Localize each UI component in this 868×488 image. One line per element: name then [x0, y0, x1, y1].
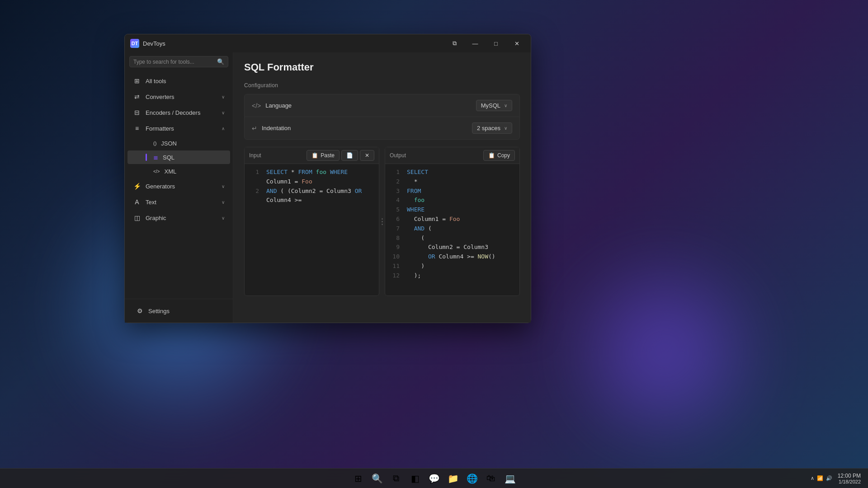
paste-icon: 📋 — [311, 152, 318, 159]
settings-icon: ⚙ — [136, 307, 144, 315]
input-label: Input — [249, 152, 261, 159]
sidebar-item-generators[interactable]: ⚡ Generators ∨ — [127, 178, 230, 194]
line-code: * — [407, 177, 417, 187]
line-number: 2 — [391, 177, 400, 187]
taskbar-widgets[interactable]: ◧ — [407, 470, 423, 487]
output-line-6: 6 Column1 = Foo — [391, 215, 514, 224]
input-actions: 📋 Paste 📄 ✕ — [307, 150, 374, 161]
output-line-12: 12 ); — [391, 271, 514, 281]
output-line-11: 11 ) — [391, 262, 514, 271]
copy-button[interactable]: 📋 Copy — [483, 150, 515, 161]
chevron-down-icon: ∨ — [504, 103, 507, 108]
sidebar-item-label: Text — [146, 199, 156, 206]
input-content[interactable]: 1 SELECT * FROM foo WHERE Column1 = Foo — [245, 164, 379, 296]
paste-label: Paste — [321, 152, 335, 159]
output-line-2: 2 * — [391, 177, 514, 187]
sidebar-item-converters[interactable]: ⇄ Converters ∨ — [127, 89, 230, 104]
line-code: Column2 = Column3 — [407, 243, 488, 252]
main-content: SQL Formatter Configuration </> Language… — [233, 52, 531, 323]
sidebar-item-sql[interactable]: ≣ SQL — [127, 150, 230, 164]
line-code: AND ( — [407, 224, 432, 234]
output-line-9: 9 Column2 = Column3 — [391, 243, 514, 252]
sidebar-item-label: SQL — [163, 154, 175, 161]
taskbar-vscode[interactable]: 💻 — [502, 470, 518, 487]
output-line-7: 7 AND ( — [391, 224, 514, 234]
line-code: FROM — [407, 187, 421, 196]
clear-input-button[interactable]: ✕ — [360, 150, 374, 161]
network-icon: 📶 — [817, 475, 823, 481]
minimize-button[interactable]: — — [465, 36, 486, 51]
page-title: SQL Formatter — [244, 61, 520, 73]
chevron-down-icon: ∨ — [222, 94, 225, 99]
line-number: 7 — [391, 224, 400, 234]
output-actions: 📋 Copy — [483, 150, 515, 161]
app-window: DT DevToys ⧉ — □ ✕ — [124, 34, 531, 323]
line-number: 4 — [391, 196, 400, 205]
sidebar-item-settings[interactable]: ⚙ Settings — [130, 303, 227, 319]
desktop: DT DevToys ⧉ — □ ✕ — [0, 0, 868, 488]
config-panel: </> Language MySQL ∨ ↵ Indentation 2 spa… — [244, 94, 520, 140]
io-area: Input 📋 Paste 📄 ✕ — [244, 147, 520, 296]
sidebar-item-label: Formatters — [146, 125, 174, 132]
sidebar-item-label: Settings — [148, 308, 170, 314]
time-display: 12:00 PM — [838, 473, 861, 479]
line-number: 10 — [391, 252, 400, 262]
line-code: ); — [407, 271, 421, 281]
clock[interactable]: 12:00 PM 1/18/2022 — [838, 473, 861, 484]
sub-indicator — [146, 168, 147, 175]
code-icon: </> — [252, 102, 261, 109]
sidebar-item-xml[interactable]: </> XML — [127, 164, 230, 178]
copy-icon: 📋 — [488, 152, 495, 159]
taskbar-store[interactable]: 🛍 — [483, 470, 499, 487]
line-code: WHERE — [407, 205, 425, 215]
line-code: ) — [407, 262, 425, 271]
sidebar-item-label: XML — [164, 168, 176, 175]
taskbar-search[interactable]: 🔍 — [369, 470, 385, 487]
search-box[interactable]: 🔍 — [129, 56, 228, 67]
speaker-icon: 🔊 — [826, 475, 832, 481]
taskbar-explorer[interactable]: 📁 — [445, 470, 461, 487]
sidebar-item-text[interactable]: A Text ∨ — [127, 194, 230, 210]
paste-button[interactable]: 📋 Paste — [307, 150, 340, 161]
system-tray: ∧ 📶 🔊 — [811, 475, 832, 481]
output-line-1: 1 SELECT — [391, 168, 514, 177]
taskbar-right: ∧ 📶 🔊 12:00 PM 1/18/2022 — [811, 473, 861, 484]
taskbar-start[interactable]: ⊞ — [350, 470, 366, 487]
taskbar-edge[interactable]: 🌐 — [464, 470, 480, 487]
sidebar-item-all-tools[interactable]: ⊞ All tools — [127, 73, 230, 89]
output-header: Output 📋 Copy — [385, 147, 519, 164]
input-pane: Input 📋 Paste 📄 ✕ — [244, 147, 379, 296]
app-title: DevToys — [143, 40, 165, 47]
io-divider[interactable] — [379, 147, 385, 296]
close-button[interactable]: ✕ — [506, 36, 527, 51]
open-file-button[interactable]: 📄 — [341, 150, 358, 161]
line-number: 9 — [391, 243, 400, 252]
maximize-button[interactable]: □ — [486, 36, 506, 51]
sidebar-item-json[interactable]: () JSON — [127, 136, 230, 150]
line-code: AND ( (Column2 = Column3 OR Column4 >= — [266, 187, 373, 206]
search-input[interactable] — [133, 59, 217, 65]
search-icon: 🔍 — [217, 58, 224, 65]
sidebar-item-encoders[interactable]: ⊟ Encoders / Decoders ∨ — [127, 105, 230, 120]
code-line-1: 1 SELECT * FROM foo WHERE Column1 = Foo — [250, 168, 373, 187]
tray-icon-1: ∧ — [811, 475, 814, 481]
language-label: Language — [265, 102, 476, 109]
snap-button[interactable]: ⧉ — [444, 36, 465, 51]
sidebar-item-formatters[interactable]: ≡ Formatters ∧ — [127, 121, 230, 136]
line-code: foo — [407, 196, 425, 205]
bloom-effect-2 — [552, 239, 778, 465]
indentation-dropdown[interactable]: 2 spaces ∨ — [472, 122, 512, 134]
config-section-label: Configuration — [244, 82, 520, 89]
window-controls: ⧉ — □ ✕ — [444, 36, 527, 51]
language-dropdown[interactable]: MySQL ∨ — [476, 100, 512, 111]
line-number: 2 — [250, 187, 259, 206]
sidebar-footer: ⚙ Settings — [125, 299, 233, 323]
output-line-8: 8 ( — [391, 234, 514, 243]
indent-icon: ↵ — [252, 125, 257, 132]
sidebar-item-graphic[interactable]: ◫ Graphic ∨ — [127, 210, 230, 225]
taskbar-chat[interactable]: 💬 — [426, 470, 442, 487]
text-icon: A — [133, 198, 141, 206]
converters-icon: ⇄ — [133, 93, 141, 101]
output-pane: Output 📋 Copy 1 SELECT — [385, 147, 520, 296]
taskbar-taskview[interactable]: ⧉ — [388, 470, 404, 487]
